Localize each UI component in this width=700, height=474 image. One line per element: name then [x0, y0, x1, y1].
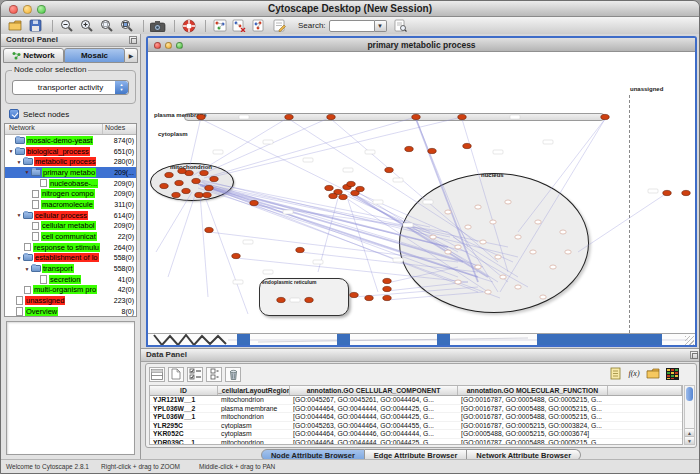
tree-col-network[interactable]: Network: [5, 124, 102, 134]
network-node[interactable]: [160, 183, 168, 188]
network-node[interactable]: [165, 172, 173, 177]
network-node[interactable]: [428, 148, 436, 153]
network-node[interactable]: [550, 265, 556, 269]
select-nodes-checkbox[interactable]: [9, 109, 19, 119]
network-node[interactable]: [296, 247, 304, 252]
table-cell[interactable]: YLR295C: [150, 422, 218, 430]
minimize-view-button[interactable]: [165, 42, 172, 49]
table-cell[interactable]: [GO:0016787, GO:0005488, GO:0005215, G..…: [458, 439, 608, 445]
tree-row[interactable]: cell communicat22(0): [5, 231, 136, 242]
network-node[interactable]: [682, 190, 690, 195]
network-node[interactable]: [175, 180, 183, 185]
tree-row[interactable]: ▼establishment of lo558(0): [5, 253, 136, 264]
tree-col-nodes[interactable]: Nodes: [102, 124, 136, 134]
table-cell[interactable]: YJR121W__1: [150, 396, 218, 404]
table-scrollbar[interactable]: ▲ ▼: [684, 385, 695, 445]
help-icon[interactable]: [180, 18, 197, 33]
table-cell[interactable]: [GO:0016787, GO:0005488, GO:0005215, G..…: [458, 396, 608, 404]
tree-row[interactable]: ▼cellular process614(0): [5, 210, 136, 221]
tab-network[interactable]: Network: [3, 48, 64, 63]
network-node[interactable]: [325, 185, 333, 190]
open-icon[interactable]: [7, 18, 24, 33]
save-icon[interactable]: [27, 18, 44, 33]
expander-icon[interactable]: ▼: [15, 159, 23, 165]
tab-mosaic[interactable]: Mosaic: [64, 48, 125, 63]
zoom-selected-icon[interactable]: [98, 18, 115, 33]
network-node[interactable]: [182, 188, 190, 193]
delete-attribute-icon[interactable]: [225, 367, 241, 382]
network-node[interactable]: [210, 176, 218, 181]
network-node[interactable]: [430, 235, 436, 239]
tree-row[interactable]: ▼transport558(0): [5, 263, 136, 274]
close-view-button[interactable]: [154, 42, 161, 49]
zoom-fit-icon[interactable]: [118, 18, 135, 33]
table-cell[interactable]: YKR052C: [150, 430, 218, 438]
network-node[interactable]: [515, 235, 521, 239]
show-all-icon[interactable]: [251, 18, 268, 33]
network-node[interactable]: [205, 185, 213, 190]
tree-row[interactable]: ▼metabolic process280(0): [5, 156, 136, 167]
table-cell[interactable]: [GO:0044464, GO:0044444, GO:0044425, G..…: [290, 413, 458, 421]
float-panel-icon[interactable]: [690, 351, 698, 359]
table-row[interactable]: YPL036W__1mitochondrion[GO:0044464, GO:0…: [150, 413, 682, 422]
table-cell[interactable]: plasma membrane: [218, 405, 290, 413]
tree-row[interactable]: secretion41(0): [5, 274, 136, 285]
search-input[interactable]: [329, 20, 375, 32]
network-node[interactable]: [475, 265, 481, 269]
search-config-icon[interactable]: [392, 18, 409, 33]
network-node[interactable]: [535, 220, 541, 224]
column-header[interactable]: _cellularLayoutRegion: [218, 386, 290, 395]
network-node[interactable]: [565, 250, 571, 254]
network-node[interactable]: [305, 297, 313, 302]
expander-icon[interactable]: ▼: [15, 255, 23, 261]
network-node[interactable]: [356, 186, 364, 191]
table-row[interactable]: YPL036W__2plasma membrane[GO:0044464, GO…: [150, 405, 682, 414]
birdseye-view[interactable]: [6, 321, 135, 455]
network-node[interactable]: [445, 210, 451, 214]
network-node[interactable]: [540, 295, 546, 299]
tree-row[interactable]: ▼primary metabo209(...: [5, 167, 136, 178]
table-row[interactable]: YKR052Ccytoplasm[GO:0044464, GO:0044446,…: [150, 430, 682, 439]
zoom-in-icon[interactable]: [78, 18, 95, 33]
tree-row[interactable]: nucleobase-...209(0): [5, 178, 136, 189]
tree-row[interactable]: nitrogen compo209(0): [5, 188, 136, 199]
annotation-icon[interactable]: [271, 18, 288, 33]
close-window-button[interactable]: [9, 5, 18, 14]
tree-row[interactable]: unassigned223(0): [5, 295, 136, 306]
attribute-checklist-icon[interactable]: [187, 367, 203, 382]
network-node[interactable]: [463, 143, 471, 148]
scrollbar-thumb[interactable]: [686, 387, 693, 401]
network-node[interactable]: [250, 200, 258, 205]
network-node[interactable]: [601, 114, 609, 119]
resize-grip-icon[interactable]: [685, 336, 694, 345]
zoom-view-button[interactable]: [176, 42, 183, 49]
table-row[interactable]: YDR039C__1mitochondrion[GO:0044464, GO:0…: [150, 439, 682, 445]
expander-icon[interactable]: ▼: [15, 212, 23, 218]
tree-row[interactable]: response to stimulu264(0): [5, 242, 136, 253]
node-color-dropdown[interactable]: transporter activity ▲▼: [12, 80, 129, 95]
network-node[interactable]: [505, 200, 511, 204]
network-node[interactable]: [500, 275, 506, 279]
network-node[interactable]: [405, 146, 413, 151]
network-node[interactable]: [365, 295, 373, 300]
heatmap-icon[interactable]: [664, 366, 680, 381]
layout-icon[interactable]: [211, 18, 228, 33]
network-node[interactable]: [530, 250, 536, 254]
float-panel-icon[interactable]: [129, 36, 137, 44]
function-builder-icon[interactable]: f(x): [626, 366, 642, 381]
snapshot-icon[interactable]: [149, 18, 166, 33]
network-node[interactable]: [172, 192, 180, 197]
tree-row[interactable]: ▼biological_process651(0): [5, 146, 136, 157]
network-node[interactable]: [200, 170, 208, 175]
network-node[interactable]: [385, 167, 393, 172]
search-dropdown-icon[interactable]: ▼: [375, 20, 387, 32]
network-node[interactable]: [350, 292, 358, 297]
expander-icon[interactable]: ▼: [7, 148, 15, 154]
table-cell[interactable]: mitochondrion: [218, 439, 290, 445]
hide-selected-icon[interactable]: [231, 18, 248, 33]
network-node[interactable]: [455, 245, 461, 249]
network-node[interactable]: [285, 114, 293, 119]
tree-row[interactable]: macromolecule311(0): [5, 199, 136, 210]
zoom-window-button[interactable]: [37, 5, 46, 14]
network-node[interactable]: [195, 192, 203, 197]
